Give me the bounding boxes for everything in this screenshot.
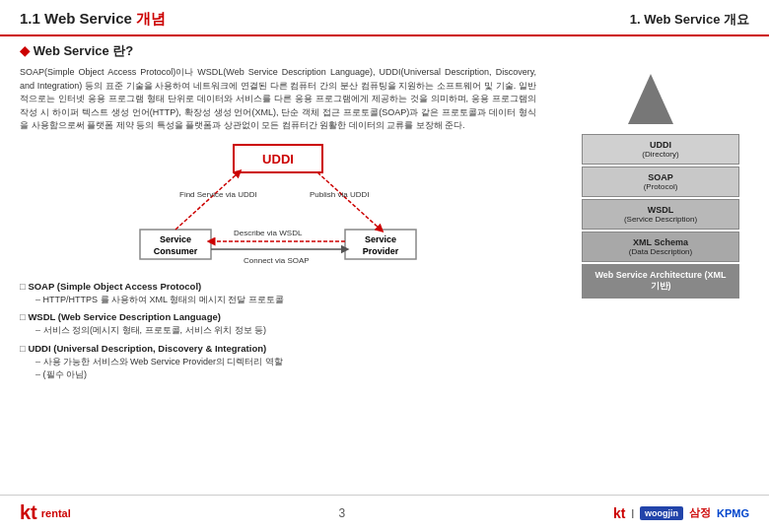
bullet-soap-title: SOAP (Simple Object Access Protocol) — [20, 281, 536, 292]
section-description: SOAP(Simple Object Access Protocol)이나 WS… — [20, 66, 536, 133]
bullets-section: SOAP (Simple Object Access Protocol) HTT… — [20, 281, 536, 382]
footer: kt rental 3 kt | woogjin 삼정 KPMG — [0, 495, 769, 524]
pyramid-item-arch: Web Service Architecture (XML기반) — [582, 264, 739, 299]
footer-kt-logo: kt — [613, 505, 625, 521]
bullet-group-wsdl: WSDL (Web Service Description Language) … — [20, 311, 536, 338]
bullet-wsdl-sub: 서비스 정의(메시지 형태, 프로토콜, 서비스 위치 정보 등) — [20, 324, 536, 338]
pyramid-soap-label: SOAP — [591, 172, 731, 182]
svg-text:Find Service via UDDI: Find Service via UDDI — [179, 190, 257, 199]
pyramid-item-uddi: UDDI (Directory) — [582, 134, 739, 165]
pyramid-arch-label: Web Service Architecture (XML기반) — [591, 270, 731, 293]
bullet-uddi-sub0: 사용 가능한 서비스와 Web Service Provider의 디렉터리 역… — [20, 356, 536, 369]
bullet-group-soap: SOAP (Simple Object Access Protocol) HTT… — [20, 281, 536, 307]
bullet-uddi-title: UDDI (Universal Description, Discovery &… — [20, 343, 536, 354]
bullet-group-uddi: UDDI (Universal Description, Discovery &… — [20, 343, 536, 382]
svg-text:Service: Service — [160, 234, 191, 244]
svg-marker-16 — [628, 74, 673, 124]
right-panel: UDDI (Directory) SOAP (Protocol) WSDL (S… — [552, 42, 749, 387]
footer-logo: kt rental — [20, 501, 71, 524]
pyramid-triangle-svg — [626, 72, 675, 126]
pyramid-item-wsdl: WSDL (Service Description) — [582, 199, 739, 230]
svg-text:Publish via UDDI: Publish via UDDI — [310, 190, 369, 199]
svg-text:Provider: Provider — [363, 246, 399, 256]
svg-text:Describe via WSDL: Describe via WSDL — [234, 229, 303, 237]
header-title-left: 1.1 Web Service 개념 — [20, 10, 166, 29]
pyramid-item-xml: XML Schema (Data Description) — [582, 232, 739, 262]
kt-rental-text: rental — [41, 507, 71, 519]
svg-text:Consumer: Consumer — [154, 246, 198, 256]
svg-line-8 — [175, 172, 239, 230]
main-content: Web Service 란? SOAP(Simple Object Access… — [0, 42, 769, 387]
svg-line-9 — [317, 172, 381, 230]
pyramid-xml-sub: (Data Description) — [591, 247, 731, 256]
pyramid-item-soap: SOAP (Protocol) — [582, 166, 739, 197]
bullet-uddi-sub1: (필수 아님) — [20, 368, 536, 382]
pyramid-uddi-label: UDDI — [591, 140, 731, 150]
header: 1.1 Web Service 개념 1. Web Service 개요 — [0, 0, 769, 36]
left-panel: Web Service 란? SOAP(Simple Object Access… — [20, 42, 536, 387]
separator1: | — [631, 508, 634, 518]
pyramid-soap-sub: (Protocol) — [591, 182, 731, 191]
company-logos: kt | woogjin 삼정 KPMG — [613, 505, 749, 521]
pyramid-arrow — [626, 72, 675, 128]
pyramid-xml-label: XML Schema — [591, 237, 731, 247]
uddi-diagram: UDDI Service Consumer Service Provider — [120, 143, 436, 271]
bullet-soap-sub: HTTP/HTTPS 를 사용하여 XML 형태의 메시지 전달 프로토콜 — [20, 294, 536, 307]
svg-text:Connect via SOAP: Connect via SOAP — [244, 256, 310, 265]
page-number: 3 — [339, 506, 346, 520]
pyramid-wsdl-sub: (Service Description) — [591, 215, 731, 224]
samjung-logo: 삼정 — [689, 505, 711, 520]
woogjin-logo: woogjin — [640, 506, 683, 520]
kpmg-logo: KPMG — [717, 507, 749, 519]
header-title-right: 1. Web Service 개요 — [630, 11, 749, 29]
bullet-wsdl-title: WSDL (Web Service Description Language) — [20, 311, 536, 322]
section-title: Web Service 란? — [20, 42, 536, 60]
pyramid-stack: UDDI (Directory) SOAP (Protocol) WSDL (S… — [562, 134, 739, 299]
pyramid-wsdl-label: WSDL — [591, 205, 731, 215]
svg-text:Service: Service — [365, 234, 396, 244]
diagram-svg: UDDI Service Consumer Service Provider — [120, 143, 436, 271]
kt-logo-icon: kt — [20, 501, 37, 524]
svg-text:UDDI: UDDI — [262, 152, 294, 166]
pyramid-uddi-sub: (Directory) — [591, 150, 731, 159]
pyramid-triangle-container — [572, 72, 730, 128]
